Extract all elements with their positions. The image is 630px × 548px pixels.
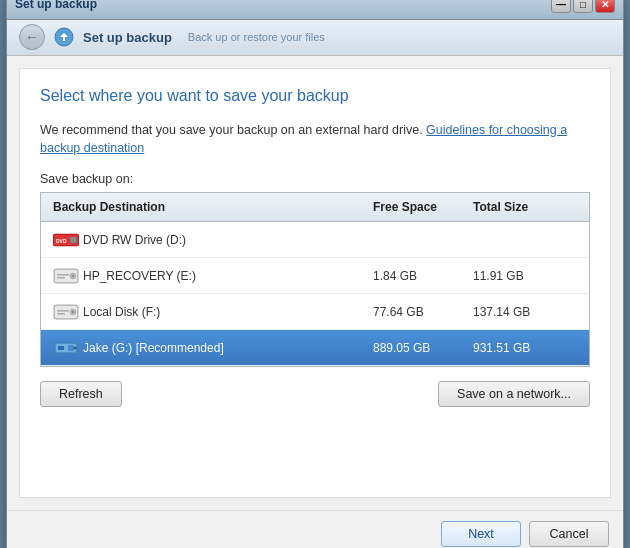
drive-name-jake: Jake (G:) [Recommended] [83, 341, 224, 355]
free-space-cell: 889.05 GB [369, 339, 469, 357]
next-button[interactable]: Next [441, 521, 521, 547]
svg-rect-20 [68, 345, 74, 351]
drive-name-dvd: DVD RW Drive (D:) [83, 233, 186, 247]
svg-point-8 [72, 274, 74, 276]
svg-rect-9 [57, 274, 69, 276]
destination-cell: HP_RECOVERY (E:) [49, 264, 369, 288]
table-row[interactable]: Local Disk (F:) 77.64 GB 137.14 GB [41, 294, 589, 330]
nav-title: Set up backup [83, 30, 172, 45]
total-size-cell [469, 238, 569, 242]
col-total-size: Total Size [469, 197, 569, 217]
description-text: We recommend that you save your backup o… [40, 121, 590, 159]
destination-cell: DVD DVD RW Drive (D:) [49, 228, 369, 252]
table-header: Backup Destination Free Space Total Size [41, 193, 589, 222]
table-row-selected[interactable]: Jake (G:) [Recommended] 889.05 GB 931.51… [41, 330, 589, 366]
local-free-space: 77.64 GB [373, 305, 424, 319]
local-total-size: 137.14 GB [473, 305, 530, 319]
drive-name-local: Local Disk (F:) [83, 305, 160, 319]
usb-drive-icon [53, 338, 77, 358]
action-row: Refresh Save on a network... [40, 381, 590, 407]
total-size-cell: 11.91 GB [469, 267, 569, 285]
svg-rect-4 [70, 237, 77, 243]
svg-rect-15 [57, 310, 69, 312]
destination-cell: Local Disk (F:) [49, 300, 369, 324]
backup-destination-table: Backup Destination Free Space Total Size… [40, 192, 590, 367]
destination-cell: Jake (G:) [Recommended] [49, 336, 369, 360]
col-free-space: Free Space [369, 197, 469, 217]
cancel-button[interactable]: Cancel [529, 521, 609, 547]
svg-rect-16 [57, 313, 65, 315]
hp-total-size: 11.91 GB [473, 269, 524, 283]
backup-nav-icon [53, 26, 75, 48]
svg-rect-19 [58, 346, 64, 350]
minimize-button[interactable]: — [551, 0, 571, 13]
page-title: Select where you want to save your backu… [40, 87, 590, 105]
free-space-cell: 1.84 GB [369, 267, 469, 285]
nav-bar: ← Set up backup Back up or restore your … [7, 20, 623, 56]
svg-text:DVD: DVD [56, 238, 67, 244]
svg-rect-10 [57, 277, 65, 279]
total-size-cell: 137.14 GB [469, 303, 569, 321]
title-bar: Set up backup — □ ✕ [7, 0, 623, 20]
back-button[interactable]: ← [19, 24, 45, 50]
col-destination: Backup Destination [49, 197, 369, 217]
hp-free-space: 1.84 GB [373, 269, 417, 283]
total-size-cell: 931.51 GB [469, 339, 569, 357]
title-bar-left: Set up backup [15, 0, 97, 11]
col-spacer [569, 197, 581, 217]
drive-name-hp: HP_RECOVERY (E:) [83, 269, 196, 283]
window-title: Set up backup [15, 0, 97, 11]
free-space-cell [369, 238, 469, 242]
save-on-network-button[interactable]: Save on a network... [438, 381, 590, 407]
free-space-cell: 77.64 GB [369, 303, 469, 321]
svg-point-14 [72, 310, 74, 312]
title-bar-buttons: — □ ✕ [551, 0, 615, 13]
table-row[interactable]: DVD DVD RW Drive (D:) [41, 222, 589, 258]
footer: Next Cancel [7, 510, 623, 549]
nav-subtitle: Back up or restore your files [188, 31, 325, 43]
table-row[interactable]: HP_RECOVERY (E:) 1.84 GB 11.91 GB [41, 258, 589, 294]
jake-free-space: 889.05 GB [373, 341, 430, 355]
hdd-recovery-icon [53, 266, 77, 286]
section-label: Save backup on: [40, 172, 590, 186]
maximize-button[interactable]: □ [573, 0, 593, 13]
refresh-button[interactable]: Refresh [40, 381, 122, 407]
main-window: Set up backup — □ ✕ ← Set up backup Back… [6, 0, 624, 548]
dvd-drive-icon: DVD [53, 230, 77, 250]
main-content: Select where you want to save your backu… [19, 68, 611, 498]
svg-point-21 [74, 346, 77, 349]
hdd-local-icon [53, 302, 77, 322]
jake-total-size: 931.51 GB [473, 341, 530, 355]
close-button[interactable]: ✕ [595, 0, 615, 13]
